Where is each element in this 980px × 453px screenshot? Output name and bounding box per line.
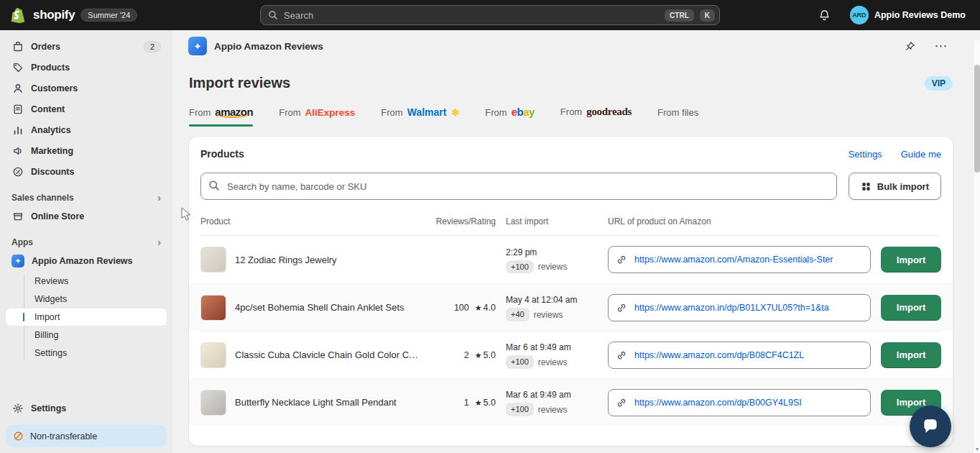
apps-header[interactable]: Apps › bbox=[11, 237, 161, 247]
sidebar-subitem-billing[interactable]: Billing bbox=[6, 326, 167, 344]
product-thumbnail bbox=[200, 295, 226, 321]
import-button[interactable]: Import bbox=[881, 295, 941, 321]
global-search[interactable]: CTRL K bbox=[260, 5, 720, 25]
reviews-delta-badge: +100 bbox=[506, 403, 534, 416]
sidebar-item-online-store[interactable]: Online Store bbox=[6, 206, 167, 226]
appio-app-icon: ✦ bbox=[11, 255, 24, 267]
settings-link[interactable]: Settings bbox=[849, 149, 882, 160]
global-search-input[interactable] bbox=[284, 10, 659, 21]
sidebar-item-marketing[interactable]: Marketing bbox=[6, 141, 167, 160]
product-name: 12 Zodiac Rings Jewelry bbox=[235, 255, 337, 265]
sidebar-item-label: Appio Amazon Reviews bbox=[32, 256, 133, 266]
orders-count-badge: 2 bbox=[144, 41, 161, 52]
sidebar-item-products[interactable]: Products bbox=[6, 58, 167, 77]
reviews-delta-badge: +100 bbox=[506, 355, 534, 369]
column-reviews-rating: Reviews/Rating bbox=[430, 216, 496, 226]
tab-from-ebay[interactable]: From ebay bbox=[485, 106, 535, 119]
bell-icon bbox=[818, 9, 831, 22]
online-store-icon bbox=[11, 210, 24, 222]
product-name: 4pc/set Bohemia Shell Chain Anklet Sets bbox=[235, 302, 405, 313]
search-icon bbox=[268, 10, 278, 20]
sidebar-item-content[interactable]: Content bbox=[6, 99, 167, 119]
account-name: Appio Reviews Demo bbox=[874, 10, 966, 20]
column-last-import: Last import bbox=[506, 216, 598, 226]
table-row: Classic Cuba Clavicle Chain Gold Color C… bbox=[200, 331, 941, 378]
tab-from-walmart[interactable]: From Walmart ✻ bbox=[381, 106, 459, 119]
chevron-right-icon: › bbox=[157, 237, 161, 247]
content-icon bbox=[11, 103, 24, 115]
sidebar-item-label: Customers bbox=[31, 83, 78, 93]
app-header: ✦ Appio Amazon Reviews ⋯ bbox=[172, 30, 980, 62]
import-button[interactable]: Import bbox=[881, 247, 941, 273]
import-button[interactable]: Import bbox=[881, 342, 941, 368]
tab-from-files[interactable]: From files bbox=[657, 107, 698, 119]
amazon-url-input[interactable] bbox=[608, 294, 871, 321]
product-thumbnail bbox=[200, 342, 226, 368]
marketing-icon bbox=[11, 145, 24, 157]
shopify-wordmark: shopify bbox=[33, 8, 75, 22]
amazon-url-input[interactable] bbox=[608, 246, 871, 273]
vertical-scrollbar: ▾ bbox=[973, 40, 980, 453]
pin-button[interactable] bbox=[900, 36, 920, 56]
main-area: ✦ Appio Amazon Reviews ⋯ Import reviews … bbox=[172, 30, 980, 453]
sidebar-item-discounts[interactable]: Discounts bbox=[6, 162, 167, 181]
sales-channels-header[interactable]: Sales channels › bbox=[11, 192, 161, 203]
last-import: Mar 6 at 9:49 am +100reviews bbox=[506, 341, 598, 369]
tab-from-amazon[interactable]: From amazon bbox=[189, 106, 253, 119]
vip-badge: VIP bbox=[925, 76, 953, 91]
scrollbar-thumb[interactable] bbox=[974, 65, 980, 173]
amazon-url-input[interactable] bbox=[608, 342, 871, 369]
table-row: Butterfly Necklace Light Small Pendant 1… bbox=[189, 378, 953, 426]
sidebar-item-analytics[interactable]: Analytics bbox=[6, 120, 167, 139]
amazon-url-input[interactable] bbox=[608, 389, 871, 416]
tab-from-goodreads[interactable]: From goodreads bbox=[560, 106, 632, 119]
last-import-time: 2:29 pm bbox=[506, 246, 598, 259]
sidebar-item-orders[interactable]: Orders 2 bbox=[6, 37, 167, 56]
non-transferable-icon bbox=[13, 431, 24, 441]
bulk-import-button[interactable]: Bulk import bbox=[849, 173, 941, 200]
products-card: Products Settings Guide me Bulk import bbox=[189, 137, 953, 446]
sidebar-item-settings[interactable]: Settings bbox=[6, 398, 167, 418]
scroll-down-arrow[interactable]: ▾ bbox=[974, 444, 980, 453]
topbar: shopify Summer '24 CTRL K ARD Appio Revi… bbox=[0, 0, 980, 30]
last-import: May 4 at 12:04 am +40reviews bbox=[506, 293, 598, 321]
last-import: Mar 6 at 9:49 am +100reviews bbox=[506, 388, 598, 416]
sidebar-subitem-import[interactable]: Import bbox=[6, 308, 167, 326]
account-menu[interactable]: ARD Appio Reviews Demo bbox=[846, 3, 970, 27]
link-icon bbox=[616, 302, 627, 314]
reviews-delta-badge: +100 bbox=[506, 260, 534, 274]
sidebar-item-label: Analytics bbox=[31, 125, 71, 135]
sidebar-item-appio-app[interactable]: ✦ Appio Amazon Reviews bbox=[6, 251, 167, 271]
tab-from-aliexpress[interactable]: From AliExpress bbox=[279, 107, 355, 119]
link-icon bbox=[616, 254, 627, 265]
amazon-logo: amazon bbox=[215, 106, 253, 118]
shortcut-k-key: K bbox=[700, 9, 715, 22]
goodreads-logo: goodreads bbox=[586, 106, 632, 118]
sidebar-subitem-widgets[interactable]: Widgets bbox=[6, 290, 167, 308]
notifications-button[interactable] bbox=[814, 4, 836, 26]
sidebar-item-label: Marketing bbox=[31, 146, 73, 156]
sidebar-subitem-reviews[interactable]: Reviews bbox=[6, 273, 167, 290]
shopify-logo[interactable]: shopify Summer '24 bbox=[10, 6, 254, 24]
sidebar: Orders 2 Products Customers Content Anal… bbox=[0, 30, 172, 453]
product-search-input[interactable] bbox=[200, 173, 837, 200]
column-product: Product bbox=[200, 216, 420, 226]
sidebar-item-customers[interactable]: Customers bbox=[6, 78, 167, 98]
sidebar-item-label: Settings bbox=[31, 403, 66, 413]
discounts-icon bbox=[11, 165, 24, 178]
reviews-rating bbox=[430, 255, 496, 265]
non-transferable-banner[interactable]: Non-transferable bbox=[6, 425, 167, 447]
orders-icon bbox=[11, 40, 24, 52]
gear-icon bbox=[11, 402, 24, 414]
chevron-right-icon: › bbox=[157, 192, 161, 203]
card-title: Products bbox=[200, 148, 244, 160]
chat-launcher[interactable] bbox=[910, 406, 951, 447]
reviews-rating: 2★5.0 bbox=[430, 350, 496, 360]
guide-me-link[interactable]: Guide me bbox=[901, 149, 941, 160]
product-thumbnail bbox=[200, 390, 226, 416]
column-url: URL of product on Amazon bbox=[608, 216, 871, 226]
more-actions-button[interactable]: ⋯ bbox=[931, 36, 951, 56]
shopify-admin-screen: shopify Summer '24 CTRL K ARD Appio Revi… bbox=[0, 0, 980, 453]
star-icon: ★ bbox=[475, 303, 482, 312]
sidebar-subitem-settings[interactable]: Settings bbox=[6, 344, 167, 362]
